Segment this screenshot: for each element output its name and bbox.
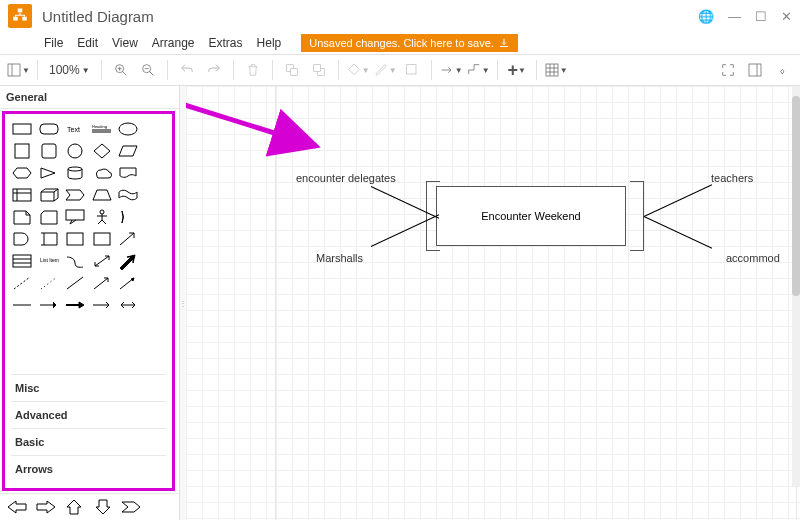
shape-list2[interactable]: List Item <box>38 252 60 270</box>
shape-square2[interactable] <box>38 142 60 160</box>
menu-file[interactable]: File <box>44 36 63 50</box>
shape-blank5[interactable] <box>144 208 166 226</box>
collapse-button[interactable]: ⬨ <box>770 58 794 82</box>
shape-blank9[interactable] <box>144 296 166 314</box>
shape-actor[interactable] <box>91 208 113 226</box>
category-misc[interactable]: Misc <box>11 374 166 401</box>
shape-biarrow[interactable] <box>91 252 113 270</box>
shape-cube[interactable] <box>38 186 60 204</box>
label-teachers[interactable]: teachers <box>711 172 753 184</box>
shape-or[interactable] <box>117 208 139 226</box>
zoom-level[interactable]: 100%▼ <box>45 63 94 77</box>
shape-blank2[interactable] <box>144 142 166 160</box>
shape-step[interactable] <box>64 186 86 204</box>
shape-datastore[interactable] <box>38 230 60 248</box>
shape-curve[interactable] <box>64 252 86 270</box>
shape-arrow-ne[interactable] <box>117 230 139 248</box>
connection-button[interactable]: ▼ <box>439 58 463 82</box>
unsaved-banner[interactable]: Unsaved changes. Click here to save. <box>301 34 518 52</box>
table-button[interactable]: ▼ <box>544 58 568 82</box>
to-back-button[interactable] <box>307 58 331 82</box>
line-color-button[interactable]: ▼ <box>373 58 397 82</box>
shape-line[interactable] <box>64 274 86 292</box>
menu-help[interactable]: Help <box>257 36 282 50</box>
category-arrows[interactable]: Arrows <box>11 455 166 482</box>
shape-internal[interactable] <box>11 186 33 204</box>
shape-diamond[interactable] <box>91 142 113 160</box>
redo-button[interactable] <box>202 58 226 82</box>
shape-harrow[interactable] <box>38 296 60 314</box>
minimize-button[interactable]: — <box>728 9 741 24</box>
shape-square[interactable] <box>11 142 33 160</box>
delete-button[interactable] <box>241 58 265 82</box>
shape-hline[interactable] <box>11 296 33 314</box>
format-panel-button[interactable] <box>743 58 767 82</box>
shape-arrow-up[interactable] <box>63 498 85 516</box>
shape-trapezoid[interactable] <box>91 186 113 204</box>
shape-cloud[interactable] <box>91 164 113 182</box>
label-accommodation[interactable]: accommod <box>726 252 780 264</box>
label-marshalls[interactable]: Marshalls <box>316 252 363 264</box>
shape-note[interactable] <box>11 208 33 226</box>
shape-blank3[interactable] <box>144 164 166 182</box>
undo-button[interactable] <box>175 58 199 82</box>
shape-cylinder[interactable] <box>64 164 86 182</box>
fill-color-button[interactable]: ▼ <box>346 58 370 82</box>
waypoints-button[interactable]: ▼ <box>466 58 490 82</box>
menu-view[interactable]: View <box>112 36 138 50</box>
shadow-button[interactable] <box>400 58 424 82</box>
category-general[interactable]: General <box>0 86 179 109</box>
shape-arrow-down[interactable] <box>92 498 114 516</box>
shape-hexagon[interactable] <box>11 164 33 182</box>
shape-arrow-left[interactable] <box>6 498 28 516</box>
zoom-in-button[interactable] <box>109 58 133 82</box>
globe-icon[interactable]: 🌐 <box>698 9 714 24</box>
close-button[interactable]: ✕ <box>781 9 792 24</box>
label-encounter-delegates[interactable]: encounter delegates <box>296 172 396 184</box>
shape-blank-bottom[interactable] <box>149 498 171 516</box>
shape-callout[interactable] <box>64 208 86 226</box>
zoom-out-button[interactable] <box>136 58 160 82</box>
shape-arrow-right[interactable] <box>35 498 57 516</box>
shape-rect[interactable] <box>11 120 33 138</box>
shape-blank8[interactable] <box>144 274 166 292</box>
shape-harrow2[interactable] <box>64 296 86 314</box>
menu-arrange[interactable]: Arrange <box>152 36 195 50</box>
shape-rect2[interactable] <box>64 230 86 248</box>
shape-rect3[interactable] <box>91 230 113 248</box>
shape-circle[interactable] <box>64 142 86 160</box>
shape-text[interactable]: Text <box>64 120 86 138</box>
shape-document[interactable] <box>117 164 139 182</box>
shape-blank[interactable] <box>144 120 166 138</box>
shape-parallelogram[interactable] <box>117 142 139 160</box>
canvas[interactable]: Encounter Weekend encounter delegates Ma… <box>186 86 800 520</box>
menu-extras[interactable]: Extras <box>209 36 243 50</box>
shape-textbox[interactable]: Heading <box>91 120 113 138</box>
shape-ellipse[interactable] <box>117 120 139 138</box>
vertical-scrollbar[interactable] <box>792 86 800 486</box>
shape-harrow4[interactable] <box>117 296 139 314</box>
add-button[interactable]: +▼ <box>505 58 529 82</box>
shape-rounded[interactable] <box>38 120 60 138</box>
shape-list[interactable] <box>11 252 33 270</box>
fullscreen-button[interactable] <box>716 58 740 82</box>
view-mode-button[interactable]: ▼ <box>6 58 30 82</box>
shape-harrow3[interactable] <box>91 296 113 314</box>
document-title[interactable]: Untitled Diagram <box>42 8 154 25</box>
shape-tape[interactable] <box>117 186 139 204</box>
shape-dashed[interactable] <box>11 274 33 292</box>
node-encounter-weekend[interactable]: Encounter Weekend <box>436 186 626 246</box>
maximize-button[interactable]: ☐ <box>755 9 767 24</box>
category-basic[interactable]: Basic <box>11 428 166 455</box>
shape-and[interactable] <box>11 230 33 248</box>
shape-blank6[interactable] <box>144 230 166 248</box>
shape-card[interactable] <box>38 208 60 226</box>
shape-arrow-thick[interactable] <box>117 252 139 270</box>
shape-blank7[interactable] <box>144 252 166 270</box>
shape-dashed2[interactable] <box>38 274 60 292</box>
shape-triangle[interactable] <box>38 164 60 182</box>
to-front-button[interactable] <box>280 58 304 82</box>
menu-edit[interactable]: Edit <box>77 36 98 50</box>
category-advanced[interactable]: Advanced <box>11 401 166 428</box>
shape-blank4[interactable] <box>144 186 166 204</box>
